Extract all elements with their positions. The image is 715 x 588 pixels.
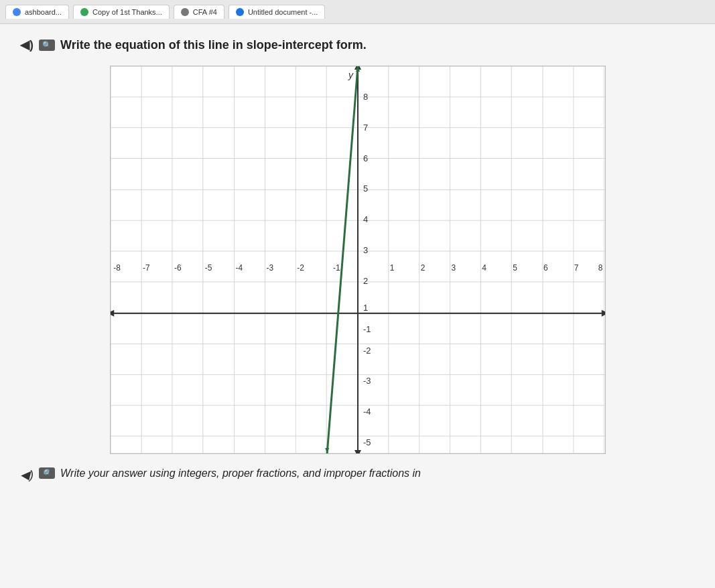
tab-icon-copy xyxy=(80,8,88,16)
svg-text:3: 3 xyxy=(363,245,367,255)
svg-text:-3: -3 xyxy=(363,376,371,386)
svg-text:2: 2 xyxy=(420,263,425,273)
question-instruction: Write the equation of this line in slope… xyxy=(60,38,367,52)
svg-marker-72 xyxy=(325,448,329,453)
svg-text:-3: -3 xyxy=(266,263,273,273)
svg-marker-38 xyxy=(354,450,361,454)
svg-line-70 xyxy=(327,66,358,453)
svg-text:2: 2 xyxy=(363,276,367,286)
svg-text:5: 5 xyxy=(363,183,367,194)
footer-instruction: ◀) 🔍 Write your answer using integers, p… xyxy=(20,467,695,482)
main-content: ◀) 🔍 Write the equation of this line in … xyxy=(0,24,715,588)
svg-text:-4: -4 xyxy=(235,263,243,273)
svg-text:4: 4 xyxy=(482,263,486,273)
question-header: ◀) 🔍 Write the equation of this line in … xyxy=(20,38,695,52)
tab-label-cfa: CFA #4 xyxy=(193,8,217,16)
svg-text:7: 7 xyxy=(574,263,578,273)
svg-text:8: 8 xyxy=(363,92,367,102)
svg-text:4: 4 xyxy=(363,214,367,224)
svg-marker-34 xyxy=(601,310,605,317)
svg-text:8: 8 xyxy=(598,263,602,273)
svg-text:-2: -2 xyxy=(297,263,304,273)
svg-text:-5: -5 xyxy=(363,437,371,447)
speaker-icon[interactable]: ◀) xyxy=(20,38,34,52)
svg-text:-8: -8 xyxy=(113,263,121,273)
tab-bar: ashboard... Copy of 1st Thanks... CFA #4… xyxy=(0,0,715,24)
svg-text:1: 1 xyxy=(363,303,367,313)
tab-icon-cfa xyxy=(181,8,189,16)
graph-container: 8 7 6 5 4 3 2 1 -1 -2 -3 -4 -5 y x -8 xyxy=(20,66,695,454)
tab-label-untitled: Untitled document -... xyxy=(248,8,318,16)
footer-translate-icon[interactable]: 🔍 xyxy=(39,467,55,479)
tab-label-copy: Copy of 1st Thanks... xyxy=(92,8,162,16)
svg-text:1: 1 xyxy=(389,263,394,273)
svg-text:6: 6 xyxy=(363,153,367,163)
svg-text:-7: -7 xyxy=(143,263,150,273)
svg-text:-6: -6 xyxy=(174,263,181,273)
tab-label-dashboard: ashboard... xyxy=(25,8,62,16)
coordinate-graph: 8 7 6 5 4 3 2 1 -1 -2 -3 -4 -5 y x -8 xyxy=(110,66,606,454)
tab-untitled[interactable]: Untitled document -... xyxy=(229,5,326,19)
svg-text:-4: -4 xyxy=(363,407,371,417)
tab-icon-untitled xyxy=(236,8,244,16)
svg-text:5: 5 xyxy=(513,263,517,273)
svg-text:-1: -1 xyxy=(363,324,371,334)
footer-text: Write your answer using integers, proper… xyxy=(60,467,421,480)
svg-text:-1: -1 xyxy=(333,263,340,273)
svg-text:7: 7 xyxy=(363,123,367,133)
svg-text:-5: -5 xyxy=(204,263,212,273)
footer-speaker-icon[interactable]: ◀) xyxy=(20,467,34,482)
tab-copy[interactable]: Copy of 1st Thanks... xyxy=(73,5,170,19)
tab-dashboard[interactable]: ashboard... xyxy=(5,5,69,19)
svg-text:-2: -2 xyxy=(363,346,371,356)
tab-cfa[interactable]: CFA #4 xyxy=(174,5,224,19)
translate-icon[interactable]: 🔍 xyxy=(39,40,55,51)
svg-text:6: 6 xyxy=(543,263,548,273)
svg-text:y: y xyxy=(348,70,354,80)
tab-icon-dashboard xyxy=(13,8,21,16)
svg-text:3: 3 xyxy=(451,263,456,273)
